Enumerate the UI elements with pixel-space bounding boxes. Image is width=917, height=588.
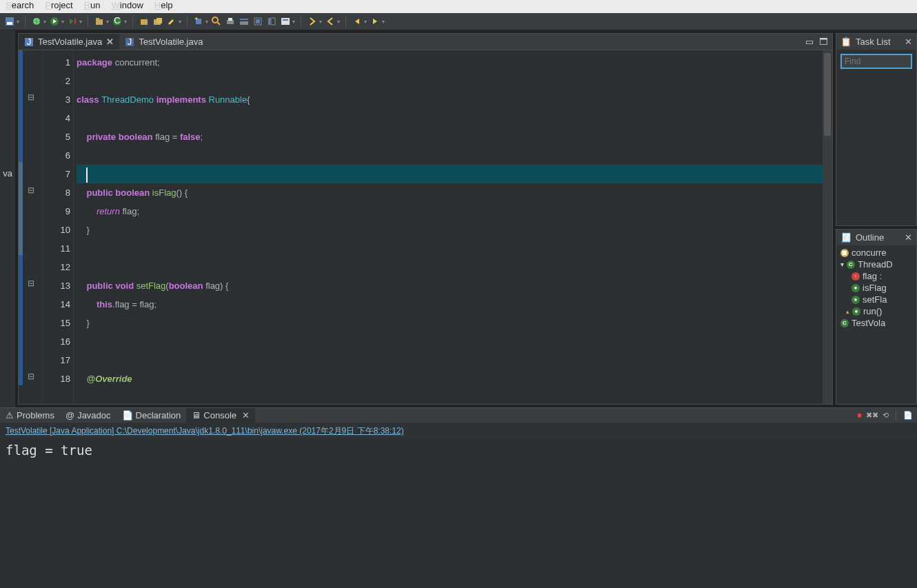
code-line[interactable] <box>77 239 832 258</box>
code-editor[interactable]: ⊟⊟⊟⊟ 123456789101112131415161718 package… <box>19 50 832 404</box>
new-package-icon[interactable] <box>94 16 105 27</box>
code-line[interactable]: } <box>77 221 832 239</box>
close-icon[interactable]: ✕ <box>106 37 114 47</box>
toggle-breadcrumb-icon[interactable] <box>239 16 250 27</box>
code-line[interactable] <box>77 109 832 128</box>
code-line[interactable]: package concurrent; <box>77 53 832 72</box>
task-list-tab[interactable]: 📋 Task List ✕ <box>836 34 916 50</box>
dropdown-icon[interactable]: ▾ <box>382 19 385 25</box>
fold-icon[interactable]: ⊟ <box>28 92 34 102</box>
task-list-title: Task List <box>856 37 891 47</box>
editor-tab[interactable]: JTestVolatile.java <box>119 34 208 50</box>
minimize-icon[interactable]: ▭ <box>805 37 814 47</box>
dropdown-icon[interactable]: ▾ <box>364 19 367 25</box>
dropdown-icon[interactable]: ▾ <box>292 19 295 25</box>
bottom-tab-declaration[interactable]: 📄Declaration <box>117 408 187 423</box>
main-toolbar: ▾ ▾ ▾ ▾ ▾ C▾ ▾ ▾ ▾ ▾ ▾ ▾ ▾ <box>0 13 917 30</box>
dropdown-icon[interactable]: ▾ <box>124 19 127 25</box>
code-line[interactable] <box>77 146 832 165</box>
new-class-icon[interactable]: C <box>112 16 123 27</box>
menu-search[interactable]: Search <box>6 0 34 10</box>
run-icon[interactable] <box>49 16 60 27</box>
outline-item[interactable]: ●setFla <box>836 294 916 305</box>
code-line[interactable]: class ThreadDemo implements Runnable{ <box>77 90 832 109</box>
terminate-icon[interactable]: ■ <box>857 411 862 419</box>
toggle-mark-icon[interactable] <box>252 16 263 27</box>
prev-annotation-icon[interactable] <box>325 16 336 27</box>
maximize-icon[interactable]: 🗖 <box>819 37 828 47</box>
code-line[interactable]: public void setFlag(boolean flag) { <box>77 276 832 295</box>
dropdown-icon[interactable]: ▾ <box>79 19 82 25</box>
close-icon[interactable]: ✕ <box>905 37 912 47</box>
menu-run[interactable]: Run <box>84 0 101 10</box>
editor-tab[interactable]: JTestVolatile.java✕ <box>19 34 119 50</box>
open-type-icon[interactable] <box>139 16 150 27</box>
code-line[interactable] <box>77 165 832 183</box>
dropdown-icon[interactable]: ▾ <box>205 19 208 25</box>
code-line[interactable]: public boolean isFlag() { <box>77 183 832 202</box>
dropdown-icon[interactable]: ▾ <box>17 19 19 25</box>
bottom-tab-console[interactable]: 🖥Console✕ <box>186 408 255 423</box>
open-task-icon[interactable] <box>152 16 163 27</box>
fold-icon[interactable]: ⊟ <box>28 185 34 195</box>
menu-help[interactable]: Help <box>154 0 173 10</box>
save-icon[interactable] <box>4 16 15 27</box>
dropdown-icon[interactable]: ▾ <box>179 19 181 25</box>
outline-item[interactable]: ●isFlag <box>836 282 916 294</box>
next-annotation-icon[interactable] <box>307 16 318 27</box>
tab-label: TestVolatile.java <box>139 37 203 47</box>
toggle-block-icon[interactable] <box>266 16 277 27</box>
forward-icon[interactable] <box>370 16 381 27</box>
expand-icon[interactable]: ▾ <box>840 261 844 268</box>
code-line[interactable]: private boolean flag = false; <box>77 128 832 146</box>
show-whitespace-icon[interactable] <box>280 16 291 27</box>
code-line[interactable] <box>77 72 832 90</box>
fold-icon[interactable]: ⊟ <box>28 372 34 381</box>
svg-rect-9 <box>141 19 148 25</box>
code-line[interactable]: return flag; <box>77 202 832 221</box>
dropdown-icon[interactable]: ▾ <box>43 19 46 25</box>
outline-tab[interactable]: 🧾 Outline ✕ <box>836 230 916 245</box>
menu-project[interactable]: Project <box>45 0 72 10</box>
problems-icon: ⚠ <box>6 410 14 420</box>
dropdown-icon[interactable]: ▾ <box>319 19 322 25</box>
dropdown-icon[interactable]: ▾ <box>337 19 340 25</box>
outline-item[interactable]: ▫flag : <box>836 270 916 282</box>
clear-console-icon[interactable]: 📄 <box>903 411 913 420</box>
search-icon[interactable] <box>211 16 222 27</box>
left-sash[interactable]: va <box>0 30 15 407</box>
close-icon[interactable]: ✕ <box>905 232 912 243</box>
close-icon[interactable]: ✕ <box>242 410 250 420</box>
svg-rect-23 <box>283 19 288 21</box>
remove-all-icon[interactable]: ⟲ <box>883 411 889 420</box>
code-line[interactable]: this.flag = flag; <box>77 295 832 314</box>
run-last-icon[interactable] <box>67 16 78 27</box>
dropdown-icon[interactable]: ▾ <box>106 19 109 25</box>
outline-item[interactable]: ▴●run() <box>836 305 916 317</box>
outline-item[interactable]: ▦concurre <box>836 247 916 258</box>
menu-window[interactable]: Window <box>112 0 143 10</box>
code-line[interactable] <box>77 351 832 369</box>
editor-area: JTestVolatile.java✕JTestVolatile.java▭🗖 … <box>18 33 833 405</box>
print-icon[interactable] <box>225 16 236 27</box>
code-line[interactable] <box>77 258 832 276</box>
outline-label: flag : <box>863 271 882 281</box>
code-line[interactable] <box>77 332 832 351</box>
bottom-tab-problems[interactable]: ⚠Problems <box>0 408 60 423</box>
back-icon[interactable] <box>352 16 363 27</box>
dropdown-icon[interactable]: ▾ <box>61 19 64 25</box>
fold-icon[interactable]: ⊟ <box>28 278 34 288</box>
remove-launch-icon[interactable]: ✖✖ <box>866 411 878 420</box>
svg-point-13 <box>212 17 218 23</box>
code-line[interactable]: } <box>77 314 832 332</box>
task-find-input[interactable] <box>840 54 912 69</box>
scrollbar-vertical[interactable] <box>823 50 832 404</box>
highlight-icon[interactable] <box>166 16 177 27</box>
code-line[interactable]: @Override <box>77 369 832 388</box>
outline-item[interactable]: CTestVola <box>836 317 916 329</box>
tab-label: Declaration <box>136 410 181 420</box>
outline-item[interactable]: ▾CThreadD <box>836 258 916 270</box>
bottom-tab-javadoc[interactable]: @Javadoc <box>60 408 117 423</box>
debug-icon[interactable] <box>31 16 42 27</box>
new-wizard-icon[interactable] <box>193 16 204 27</box>
